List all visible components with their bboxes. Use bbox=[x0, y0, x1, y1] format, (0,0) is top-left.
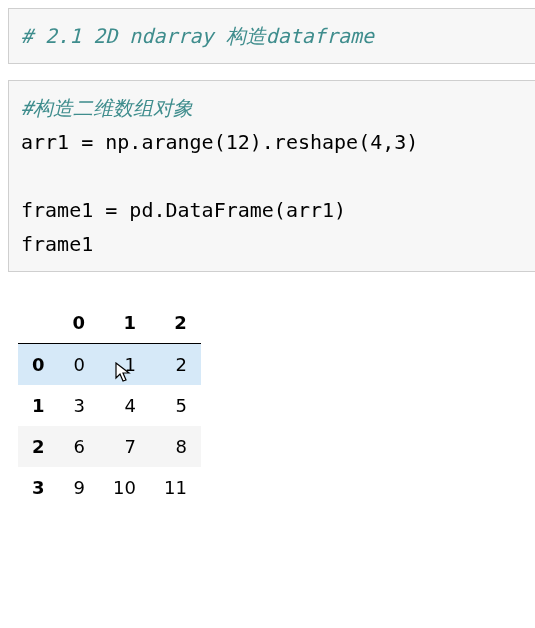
dataframe-row: 0 0 1 2 bbox=[18, 344, 201, 386]
dataframe-row: 2 6 7 8 bbox=[18, 426, 201, 467]
code-comment: #构造二维数组对象 bbox=[21, 96, 193, 120]
dataframe-cell: 0 bbox=[59, 344, 100, 386]
dataframe-index: 0 bbox=[18, 344, 59, 386]
dataframe-col-header: 2 bbox=[150, 302, 201, 344]
dataframe-cell: 3 bbox=[59, 385, 100, 426]
dataframe-cell: 10 bbox=[99, 467, 150, 508]
dataframe-index: 1 bbox=[18, 385, 59, 426]
dataframe-cell: 1 bbox=[99, 344, 150, 386]
dataframe-cell: 2 bbox=[150, 344, 201, 386]
dataframe-table: 0 1 2 0 0 1 2 1 bbox=[18, 302, 201, 508]
dataframe-row: 3 9 10 11 bbox=[18, 467, 201, 508]
dataframe-row: 1 3 4 5 bbox=[18, 385, 201, 426]
dataframe-col-header: 0 bbox=[59, 302, 100, 344]
dataframe-col-header: 1 bbox=[99, 302, 150, 344]
code-comment: # 2.1 2D ndarray 构造dataframe bbox=[21, 24, 374, 48]
output-area: 0 1 2 0 0 1 2 1 bbox=[18, 302, 535, 508]
dataframe-cell: 6 bbox=[59, 426, 100, 467]
dataframe-cell: 5 bbox=[150, 385, 201, 426]
dataframe-index: 2 bbox=[18, 426, 59, 467]
code-line: frame1 = pd.DataFrame(arr1) bbox=[21, 198, 346, 222]
code-cell-2-content: #构造二维数组对象 arr1 = np.arange(12).reshape(4… bbox=[21, 91, 530, 261]
dataframe-index: 3 bbox=[18, 467, 59, 508]
code-cell-2[interactable]: #构造二维数组对象 arr1 = np.arange(12).reshape(4… bbox=[8, 80, 535, 272]
code-line: arr1 = np.arange(12).reshape(4,3) bbox=[21, 130, 418, 154]
dataframe-corner bbox=[18, 302, 59, 344]
dataframe-header-row: 0 1 2 bbox=[18, 302, 201, 344]
dataframe-cell: 4 bbox=[99, 385, 150, 426]
dataframe-cell: 9 bbox=[59, 467, 100, 508]
dataframe-cell-value: 1 bbox=[125, 354, 136, 375]
dataframe-cell: 8 bbox=[150, 426, 201, 467]
code-cell-1-content: # 2.1 2D ndarray 构造dataframe bbox=[21, 19, 530, 53]
dataframe-cell: 7 bbox=[99, 426, 150, 467]
code-line: frame1 bbox=[21, 232, 93, 256]
code-cell-1[interactable]: # 2.1 2D ndarray 构造dataframe bbox=[8, 8, 535, 64]
dataframe-cell: 11 bbox=[150, 467, 201, 508]
